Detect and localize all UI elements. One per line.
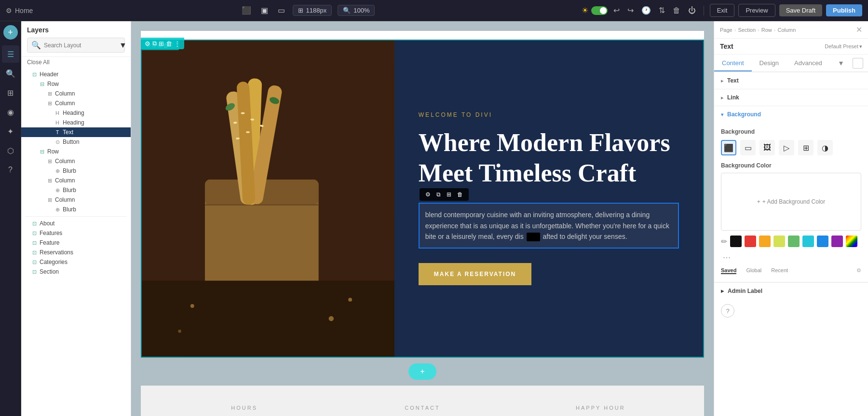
text-copy-btn[interactable]: ⧉	[434, 190, 443, 199]
power-btn[interactable]: ⏻	[686, 4, 698, 17]
bg-video-type[interactable]: ▷	[779, 140, 794, 155]
section-grid-btn[interactable]: ⊞	[159, 40, 164, 47]
layer-col1[interactable]: ⊞ Column	[21, 89, 131, 98]
bg-mask-type[interactable]: ◑	[817, 140, 833, 155]
desktop-device-btn[interactable]: ⬛	[240, 4, 253, 17]
tablet-device-btn[interactable]: ▣	[259, 4, 270, 17]
search-layout-input[interactable]	[44, 42, 116, 49]
section-copy-btn[interactable]: ⧉	[152, 40, 157, 47]
layer-blurb3[interactable]: ⊕ Blurb	[21, 205, 131, 214]
text-section-header[interactable]: ▸ Text	[714, 72, 868, 89]
color-swatch-blue[interactable]	[817, 236, 828, 247]
redo-btn[interactable]: ↪	[625, 4, 636, 17]
preset-button[interactable]: Default Preset ▾	[825, 43, 862, 50]
text-gear-btn[interactable]: ⚙	[423, 190, 433, 199]
color-tab-settings-icon[interactable]: ⚙	[856, 267, 861, 274]
section-more-btn[interactable]: ⋮	[174, 40, 180, 47]
tabs-arrow[interactable]: ▾	[834, 55, 848, 71]
phone-device-btn[interactable]: ▭	[276, 4, 287, 17]
help-icon-left[interactable]: ?	[2, 161, 19, 179]
add-module-icon[interactable]: +	[3, 25, 18, 40]
tab-square[interactable]	[853, 58, 863, 69]
zoom-display[interactable]: 🔍 100%	[338, 5, 375, 16]
history-btn[interactable]: 🕐	[639, 4, 653, 17]
background-section-header[interactable]: ▾ Background	[714, 106, 868, 123]
color-tab-global[interactable]: Global	[746, 267, 761, 274]
color-swatch-red[interactable]	[745, 236, 756, 247]
panel-close-button[interactable]: ✕	[856, 25, 862, 34]
layer-row1[interactable]: ⊟ Row	[21, 79, 131, 89]
text-delete-btn[interactable]: 🗑	[455, 190, 465, 199]
color-swatch-black[interactable]	[730, 236, 742, 247]
layer-col3[interactable]: ⊞ Column	[21, 156, 131, 166]
bg-image-type[interactable]: 🖼	[760, 140, 775, 155]
tab-content[interactable]: Content	[714, 55, 752, 71]
layer-col4[interactable]: ⊞ Column	[21, 176, 131, 185]
layer-col2[interactable]: ⊞ Column	[21, 98, 131, 108]
color-tab-saved[interactable]: Saved	[721, 267, 736, 274]
color-pencil-icon[interactable]: ✏	[721, 237, 727, 246]
customize-icon[interactable]: ✦	[2, 123, 19, 140]
save-draft-button[interactable]: Save Draft	[779, 4, 822, 16]
tab-design[interactable]: Design	[752, 55, 787, 71]
breadcrumb-row[interactable]: Row	[761, 27, 772, 33]
color-swatch-green[interactable]	[788, 236, 800, 247]
search-icon-left[interactable]: 🔍	[2, 65, 19, 82]
layer-blurb2[interactable]: ⊕ Blurb	[21, 185, 131, 195]
color-swatch-rainbow[interactable]	[846, 236, 857, 247]
exit-button[interactable]: Exit	[710, 4, 735, 17]
portability-btn[interactable]: ⇅	[657, 4, 667, 17]
bg-color-type[interactable]: ⬛	[721, 140, 736, 155]
woo-icon[interactable]: ⬡	[2, 142, 19, 159]
tab-advanced[interactable]: Advanced	[787, 55, 830, 71]
layers-icon[interactable]: ☰	[2, 45, 19, 63]
layer-header[interactable]: ⊡ Header	[21, 69, 131, 79]
home-button[interactable]: ⚙ Home	[6, 7, 33, 14]
bg-color-area[interactable]: + + Add Background Color	[721, 173, 861, 231]
publish-button[interactable]: Publish	[826, 4, 862, 16]
layer-about[interactable]: ⊡ About	[21, 219, 131, 228]
color-tab-recent[interactable]: Recent	[771, 267, 788, 274]
layer-text1[interactable]: T Text	[21, 127, 131, 137]
text-module[interactable]: ⚙ ⧉ ⊞ 🗑 blend contemporary cuisine with …	[419, 203, 679, 249]
layer-section[interactable]: ⊡ Section	[21, 267, 131, 277]
layer-blurb1[interactable]: ⊕ Blurb	[21, 166, 131, 176]
layer-feature[interactable]: ⊡ Feature	[21, 238, 131, 248]
color-swatch-purple[interactable]	[831, 236, 843, 247]
layer-heading2[interactable]: H Heading	[21, 118, 131, 127]
section-gear-btn[interactable]: ⚙	[145, 40, 150, 47]
breadcrumb-page[interactable]: Page	[720, 27, 732, 33]
admin-label-section[interactable]: ▸ Admin Label	[714, 282, 868, 299]
help-button[interactable]: ?	[721, 304, 734, 318]
layer-button1[interactable]: ⊙ Button	[21, 137, 131, 147]
add-section-button[interactable]: +	[408, 363, 436, 380]
undo-btn[interactable]: ↩	[611, 4, 622, 17]
layers-search[interactable]: 🔍 ▼	[27, 38, 125, 53]
layer-heading1[interactable]: H Heading	[21, 108, 131, 118]
layer-row2[interactable]: ⊟ Row	[21, 147, 131, 156]
close-all-button[interactable]: Close All	[21, 57, 131, 68]
color-swatch-orange[interactable]	[759, 236, 771, 247]
layer-col5[interactable]: ⊞ Column	[21, 195, 131, 205]
color-more-btn[interactable]: ···	[721, 251, 732, 263]
breadcrumb-section[interactable]: Section	[738, 27, 756, 33]
layer-features[interactable]: ⊡ Features	[21, 228, 131, 238]
bg-gradient-type[interactable]: ▭	[740, 140, 756, 155]
width-display[interactable]: ⊞ 1188px	[293, 5, 332, 16]
trash-btn[interactable]: 🗑	[671, 4, 682, 17]
layer-categories[interactable]: ⊡ Categories	[21, 257, 131, 267]
filter-icon[interactable]: ▼	[119, 41, 127, 50]
bg-pattern-type[interactable]: ⊞	[798, 140, 814, 155]
preview-button[interactable]: Preview	[738, 4, 775, 17]
section-delete-btn[interactable]: 🗑	[166, 40, 172, 47]
layer-reservations[interactable]: ⊡ Reservations	[21, 248, 131, 257]
global-icon[interactable]: ◉	[2, 103, 19, 121]
reservation-button[interactable]: MAKE A RESERVATION	[419, 263, 531, 285]
page-settings-icon[interactable]: ⊞	[2, 84, 19, 101]
theme-toggle[interactable]	[591, 6, 608, 15]
text-grid-btn[interactable]: ⊞	[445, 190, 453, 199]
link-section-header[interactable]: ▸ Link	[714, 89, 868, 106]
color-swatch-teal[interactable]	[802, 236, 814, 247]
color-swatch-yellow[interactable]	[773, 236, 785, 247]
breadcrumb-column[interactable]: Column	[777, 27, 796, 33]
